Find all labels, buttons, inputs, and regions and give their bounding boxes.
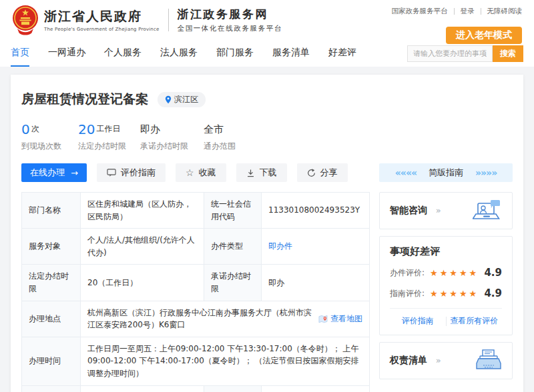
rating-label: 指南评价: bbox=[390, 288, 430, 299]
duty-list-title-row: 权责清单 » bbox=[390, 355, 441, 367]
rating-links-row: 评价指南 查看所有评价 bbox=[390, 308, 502, 327]
share-button[interactable]: 分享 bbox=[297, 163, 348, 182]
case-type-link[interactable]: 即办件 bbox=[268, 240, 292, 253]
view-map-link[interactable]: 查看地图 bbox=[318, 313, 362, 325]
favorite-button[interactable]: ☆ 收藏 bbox=[176, 163, 226, 182]
stat-promise-deadline: 即办 承诺办结时限 bbox=[140, 120, 204, 152]
chevrons-right-icon: »»»» bbox=[475, 167, 497, 178]
content-columns: 部门名称 区住房和城建局（区人防办，区民防局） 统一社会信用代码 1133010… bbox=[21, 192, 513, 392]
download-label: 下载 bbox=[260, 167, 277, 179]
national-emblem-icon bbox=[12, 4, 39, 36]
consult-label: 咨询方式 bbox=[22, 386, 81, 392]
rate-guide-button[interactable]: 评价指南 bbox=[97, 163, 166, 182]
gov-title-block: 浙江省人民政府 The People's Government of Zheji… bbox=[44, 8, 160, 32]
smart-consult-card[interactable]: 智能咨询 » bbox=[379, 192, 513, 229]
case-type-label: 办件类型 bbox=[204, 229, 262, 264]
target-value: 个人/法人/其他组织/(允许个人代办) bbox=[81, 229, 204, 264]
login-link[interactable]: 登录 bbox=[461, 7, 475, 16]
credit-code-label: 统一社会信用代码 bbox=[204, 193, 262, 228]
stat-coverage: 全市 通办范围 bbox=[204, 120, 236, 152]
gov-name-en: The People's Government of Zhejiang Prov… bbox=[44, 27, 160, 32]
online-apply-label: 在线办理 bbox=[30, 167, 65, 179]
portal-subtitle: 全国一体化在线政务服务平台 bbox=[178, 24, 282, 33]
quick-guide-label: 简版指南 bbox=[429, 167, 463, 179]
nav-item-legal-person[interactable]: 法人服务 bbox=[160, 40, 198, 67]
portal-title-block: 浙江政务服务网 全国一体化在线政务服务平台 bbox=[178, 7, 282, 33]
consult-value-cell: 咨询电话：全国统一咨询投诉热线0571-12345 咨询地址：杭州高新区（滨江）… bbox=[81, 386, 204, 392]
search-box: 搜索 bbox=[407, 45, 523, 62]
rating-panel-title: 事项好差评 bbox=[390, 245, 502, 258]
stat-value: 即办 bbox=[140, 125, 160, 136]
favorite-label: 收藏 bbox=[199, 167, 216, 179]
arrow-right-icon: → bbox=[71, 168, 78, 178]
promise-deadline-label: 承诺办结时限 bbox=[204, 265, 262, 300]
location-pin-icon bbox=[165, 95, 172, 104]
view-map-label: 查看地图 bbox=[330, 313, 362, 325]
share-label: 分享 bbox=[320, 167, 338, 179]
brand-divider bbox=[168, 9, 169, 31]
table-row-contacts: 咨询方式 咨询电话：全国统一咨询投诉热线0571-12345 咨询地址：杭州高新… bbox=[22, 386, 369, 392]
national-platform-link[interactable]: 国家政务服务平台 bbox=[392, 7, 448, 16]
case-type-value: 即办件 bbox=[262, 229, 369, 264]
rating-guide-link[interactable]: 评价指南 bbox=[390, 315, 446, 327]
view-all-ratings-link[interactable]: 查看所有评价 bbox=[447, 315, 503, 327]
top-link-divider bbox=[454, 8, 455, 15]
complaint-label: 监督投诉方式 bbox=[204, 386, 262, 392]
chevrons-left-icon: «««« bbox=[395, 167, 417, 178]
accessibility-link[interactable]: 无障碍阅读 bbox=[487, 7, 523, 16]
portal-name: 浙江政务服务网 bbox=[178, 7, 282, 22]
service-detail-card: 房屋租赁情况登记备案 滨江区 0次 到现场次数 20工作日 法定办结时限 即办 … bbox=[11, 75, 523, 392]
rating-score: 4.9 bbox=[484, 267, 502, 279]
share-icon bbox=[307, 169, 316, 177]
download-button[interactable]: 下载 bbox=[236, 163, 287, 182]
quick-guide-bar[interactable]: «««« 简版指南 »»»» bbox=[379, 163, 513, 182]
brand-block: 浙江省人民政府 The People's Government of Zheji… bbox=[12, 4, 282, 36]
star-rating-icons: ★★★★★ bbox=[430, 268, 484, 278]
complaint-value-cell: 投诉电话：全国统一咨询投诉热线0571-12345 投诉地址：杭州高新区（滨江）… bbox=[262, 386, 369, 392]
table-row-deadline: 法定办结时限 20（工作日） 承诺办结时限 即办 bbox=[22, 265, 369, 301]
duty-list-title: 权责清单 bbox=[390, 355, 427, 365]
search-input[interactable] bbox=[407, 45, 493, 62]
top-link-divider bbox=[481, 8, 481, 15]
nav-item-service-list[interactable]: 服务清单 bbox=[272, 40, 310, 67]
nav-item-personal[interactable]: 个人服务 bbox=[104, 40, 142, 67]
rating-row-guide: 指南评价: ★★★★★ 4.9 bbox=[390, 287, 502, 299]
duty-list-card[interactable]: 权责清单 » bbox=[379, 342, 513, 379]
table-row-department: 部门名称 区住房和城建局（区人防办，区民防局） 统一社会信用代码 1133010… bbox=[22, 193, 369, 229]
stat-unit: 次 bbox=[31, 123, 39, 136]
hours-value: 工作日周一至周五：上午09:00-12:00 下午13:30-17:00（冬令时… bbox=[81, 337, 369, 385]
legal-deadline-label: 法定办结时限 bbox=[22, 265, 81, 300]
stat-unit: 工作日 bbox=[96, 123, 120, 136]
double-arrow-icon: » bbox=[436, 355, 441, 365]
elder-mode-button[interactable]: 进入老年模式 bbox=[446, 27, 522, 44]
title-row: 房屋租赁情况登记备案 滨江区 bbox=[21, 91, 513, 108]
smart-consult-title-row: 智能咨询 » bbox=[390, 205, 441, 217]
table-row-hours: 办理时间 工作日周一至周五：上午09:00-12:00 下午13:30-17:0… bbox=[22, 337, 369, 386]
table-row-target: 服务对象 个人/法人/其他组织/(允许个人代办) 办件类型 即办件 bbox=[22, 229, 369, 265]
rate-guide-label: 评价指南 bbox=[121, 167, 156, 179]
district-badge[interactable]: 滨江区 bbox=[158, 92, 206, 107]
online-apply-button[interactable]: 在线办理 → bbox=[21, 163, 87, 182]
smart-consult-title: 智能咨询 bbox=[390, 205, 427, 215]
stat-label: 到现场次数 bbox=[21, 141, 78, 152]
action-buttons: 在线办理 → 评价指南 ☆ 收藏 下载 bbox=[21, 163, 370, 182]
rating-score: 4.9 bbox=[484, 287, 502, 299]
stat-legal-deadline: 20工作日 法定办结时限 bbox=[78, 120, 140, 152]
main-nav: 首页 一网通办 个人服务 法人服务 部门服务 服务清单 好差评 搜索 bbox=[0, 40, 534, 67]
search-button[interactable]: 搜索 bbox=[493, 45, 523, 62]
right-sidebar: 智能咨询 » 事项好差评 bbox=[379, 192, 513, 392]
rating-label: 办件评价: bbox=[390, 267, 430, 279]
district-name: 滨江区 bbox=[174, 94, 198, 105]
nav-item-rating[interactable]: 好差评 bbox=[328, 40, 356, 67]
table-row-location: 办理地点 杭州高新区（滨江）行政服务中心江南办事服务大厅（杭州市滨江区泰安路20… bbox=[22, 301, 369, 337]
laptop-chat-icon bbox=[473, 199, 502, 222]
typewriter-icon bbox=[475, 349, 502, 372]
nav-item-department[interactable]: 部门服务 bbox=[216, 40, 254, 67]
nav-item-home[interactable]: 首页 bbox=[11, 40, 29, 67]
location-label: 办理地点 bbox=[22, 301, 81, 337]
legal-deadline-value: 20（工作日） bbox=[81, 265, 204, 300]
nav-item-one-network[interactable]: 一网通办 bbox=[48, 40, 85, 67]
header-top-links: 国家政务服务平台 登录 无障碍阅读 bbox=[392, 7, 523, 16]
page-title: 房屋租赁情况登记备案 bbox=[21, 91, 148, 108]
target-label: 服务对象 bbox=[22, 229, 81, 264]
